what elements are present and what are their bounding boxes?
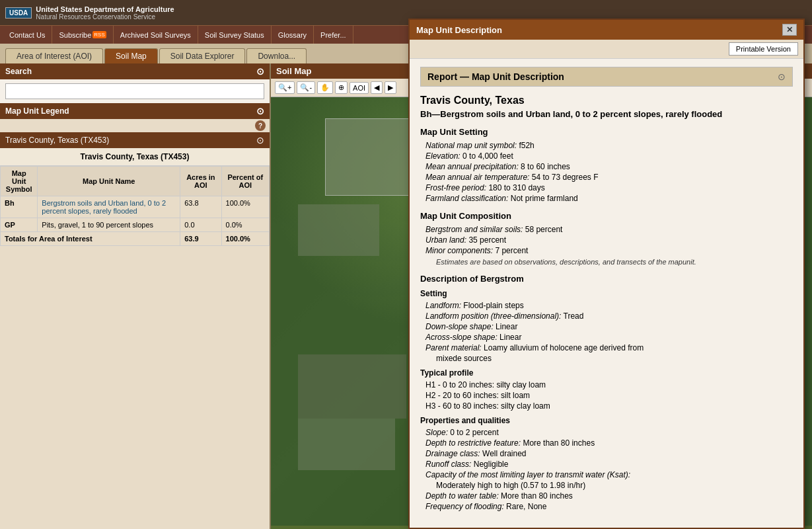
legend-info-row: ? — [0, 119, 270, 132]
county-title-bar: Travis County, Texas (TX453) — [0, 148, 270, 166]
section-map-unit-setting: Map Unit Setting — [420, 127, 793, 137]
comp-bergstrom: Bergstrom and similar soils: 58 percent — [420, 225, 793, 234]
table-row: Bh Bergstrom soils and Urban land, 0 to … — [1, 196, 270, 218]
select-btn[interactable]: ⊕ — [335, 81, 348, 94]
building-2 — [298, 204, 379, 256]
bergstrom-parent: Parent material: Loamy alluvium of holoc… — [420, 343, 793, 352]
setting-precipitation: Mean annual precipitation: 8 to 60 inche… — [420, 162, 793, 171]
modal-close-button[interactable]: ✕ — [782, 24, 797, 36]
back-btn[interactable]: ◀ — [371, 81, 383, 94]
comp-note: Estimates are based on observations, des… — [420, 258, 793, 266]
report-county: Travis County, Texas — [420, 95, 793, 106]
left-panel: Search ⊙ Map Unit Legend ⊙ ? Travis Coun… — [0, 63, 271, 529]
bergstrom-acrossslope: Across-slope shape: Linear — [420, 333, 793, 342]
prop-ksat-value: Moderately high to high (0.57 to 1.98 in… — [420, 481, 793, 490]
rss-icon: RSS — [92, 31, 106, 38]
tab-soil-map[interactable]: Soil Map — [104, 48, 158, 63]
row2-percent: 0.0% — [221, 218, 269, 232]
prop-water-table: Depth to water table: More than 80 inche… — [420, 491, 793, 501]
agency-name: United States Department of Agriculture — [36, 5, 174, 13]
row1-acres: 63.8 — [180, 196, 221, 218]
report-mapunit: Bh—Bergstrom soils and Urban land, 0 to … — [420, 109, 793, 119]
row1-name: Bergstrom soils and Urban land, 0 to 2 p… — [38, 196, 180, 218]
legend-label: Map Unit Legend — [5, 106, 69, 116]
row1-symbol: Bh — [1, 196, 38, 218]
col-header-symbol: Map UnitSymbol — [1, 167, 38, 196]
totals-percent: 100.0% — [221, 232, 269, 246]
modal-titlebar: Map Unit Description ✕ — [410, 20, 803, 40]
col-header-name: Map Unit Name — [38, 167, 180, 196]
prop-depth-restrictive: Depth to restrictive feature: More than … — [420, 438, 793, 448]
search-bar — [0, 79, 270, 103]
bergstrom-landform-pos: Landform position (three-dimensional): T… — [420, 311, 793, 321]
bergstrom-parent-cont: mixede sources — [420, 354, 793, 363]
prop-drainage: Drainage class: Well drained — [420, 449, 793, 458]
nav-glossary[interactable]: Glossary — [272, 26, 314, 44]
setting-temperature: Mean annual air temperature: 54 to 73 de… — [420, 173, 793, 182]
setting-frost: Frost-free period: 180 to 310 days — [420, 183, 793, 192]
building-3 — [298, 354, 406, 419]
modal-title: Map Unit Description — [416, 25, 502, 35]
prop-ksat: Capacity of the most limiting layer to t… — [420, 470, 793, 479]
comp-urban: Urban land: 35 percent — [420, 235, 793, 245]
zoom-out-btn[interactable]: 🔍- — [297, 81, 315, 94]
modal-toolbar: Printable Version — [410, 40, 803, 59]
totals-row: Totals for Area of Interest 63.9 100.0% — [1, 232, 270, 246]
forward-btn[interactable]: ▶ — [385, 81, 396, 94]
map-title: Soil Map — [276, 66, 311, 76]
legend-info-icon[interactable]: ? — [255, 120, 266, 131]
usda-logo: USDA United States Department of Agricul… — [5, 5, 174, 20]
tab-download[interactable]: Downloa... — [246, 48, 307, 63]
county-collapse-btn[interactable]: ⊙ — [256, 135, 264, 145]
nav-contact-us[interactable]: Contact Us — [3, 26, 52, 44]
tab-aoi[interactable]: Area of Interest (AOI) — [5, 48, 103, 63]
row1-link[interactable]: Bergstrom soils and Urban land, 0 to 2 p… — [42, 199, 166, 215]
row2-acres: 0.0 — [180, 218, 221, 232]
report-header: Report — Map Unit Description ⊙ — [420, 67, 793, 87]
row2-name: Pits, gravel, 1 to 90 percent slopes — [38, 218, 180, 232]
bergstrom-landform: Landform: Flood-plain steps — [420, 301, 793, 310]
table-row: GP Pits, gravel, 1 to 90 percent slopes … — [1, 218, 270, 232]
col-header-acres: Acres in AOI — [180, 167, 221, 196]
profile-h3: H3 - 60 to 80 inches: silty clay loam — [420, 401, 793, 411]
setting-symbol: National map unit symbol: f52h — [420, 141, 793, 150]
aoi-btn[interactable]: AOI — [350, 82, 369, 94]
subsection-setting: Setting — [420, 289, 793, 298]
nav-subscribe[interactable]: Subscribe RSS — [52, 26, 113, 44]
totals-label: Totals for Area of Interest — [1, 232, 180, 246]
setting-farmland: Farmland classification: Not prime farml… — [420, 194, 793, 203]
search-label: Search — [5, 67, 32, 76]
service-name: Natural Resources Conservation Service — [36, 13, 174, 20]
totals-acres: 63.9 — [180, 232, 221, 246]
prop-slope: Slope: 0 to 2 percent — [420, 428, 793, 437]
county-name: Travis County, Texas (TX453) — [5, 136, 109, 145]
modal-content: Report — Map Unit Description ⊙ Travis C… — [410, 59, 803, 528]
search-collapse-btn[interactable]: ⊙ — [256, 66, 264, 77]
report-collapse-btn[interactable]: ⊙ — [778, 71, 786, 82]
nav-preferences[interactable]: Prefer... — [314, 26, 353, 44]
legend-section-header: Map Unit Legend ⊙ — [0, 103, 270, 119]
report-header-text: Report — Map Unit Description — [427, 71, 564, 82]
pan-btn[interactable]: ✋ — [317, 81, 333, 94]
modal-dialog: Map Unit Description ✕ Printable Version… — [408, 19, 805, 529]
section-description-bergstrom: Description of Bergstrom — [420, 274, 793, 284]
bergstrom-downslope: Down-slope shape: Linear — [420, 322, 793, 331]
nav-archived[interactable]: Archived Soil Surveys — [114, 26, 198, 44]
section-map-unit-composition: Map Unit Composition — [420, 211, 793, 221]
comp-minor: Minor components: 7 percent — [420, 246, 793, 255]
subsection-typical-profile: Typical profile — [420, 368, 793, 378]
usda-badge: USDA — [5, 7, 32, 19]
prop-runoff: Runoff class: Negligible — [420, 460, 793, 469]
county-header: Travis County, Texas (TX453) ⊙ — [0, 132, 270, 148]
legend-collapse-btn[interactable]: ⊙ — [256, 106, 264, 116]
tab-soil-data-explorer[interactable]: Soil Data Explorer — [159, 48, 246, 63]
search-input[interactable] — [5, 83, 264, 99]
search-section-header: Search ⊙ — [0, 63, 270, 79]
zoom-in-btn[interactable]: 🔍+ — [275, 81, 295, 94]
printable-version-button[interactable]: Printable Version — [729, 42, 798, 56]
row2-symbol: GP — [1, 218, 38, 232]
row1-percent: 100.0% — [221, 196, 269, 218]
profile-h2: H2 - 20 to 60 inches: silt loam — [420, 391, 793, 400]
col-header-percent: Percent of AOI — [221, 167, 269, 196]
nav-status[interactable]: Soil Survey Status — [198, 26, 272, 44]
